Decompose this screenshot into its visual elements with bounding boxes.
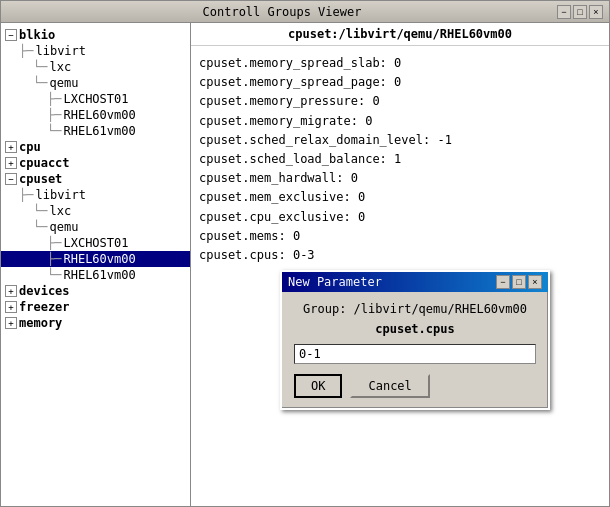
- new-parameter-dialog: New Parameter − □ × Group: /libvirt/qemu…: [280, 270, 550, 410]
- tree-item-qemu2[interactable]: └─ qemu: [1, 219, 190, 235]
- right-header: cpuset:/libvirt/qemu/RHEL60vm00: [191, 23, 609, 46]
- property-line-2: cpuset.memory_spread_page: 0: [199, 73, 601, 92]
- dialog-ok-button[interactable]: OK: [294, 374, 342, 398]
- dialog-title-bar: New Parameter − □ ×: [282, 272, 548, 292]
- tree-label-qemu2: qemu: [49, 220, 78, 234]
- tree-label-lxchost01-1: LXCHOST01: [63, 92, 128, 106]
- title-bar-buttons: − □ ×: [557, 5, 603, 19]
- tree-label-cpuset: cpuset: [19, 172, 62, 186]
- tree-label-blkio: blkio: [19, 28, 55, 42]
- tree-label-libvirt2: libvirt: [35, 188, 86, 202]
- expand-icon-cpuset[interactable]: −: [5, 173, 17, 185]
- branch-char: └─: [47, 124, 61, 138]
- tree-item-lxc2[interactable]: └─ lxc: [1, 203, 190, 219]
- tree-item-cpu[interactable]: + cpu: [1, 139, 190, 155]
- branch-char: ├─: [47, 92, 61, 106]
- expand-icon-blkio[interactable]: −: [5, 29, 17, 41]
- tree-label-rhel61vm00-1: RHEL61vm00: [63, 124, 135, 138]
- tree-item-rhel60vm00-2[interactable]: ├─ RHEL60vm00: [1, 251, 190, 267]
- tree-label-memory: memory: [19, 316, 62, 330]
- tree-item-lxchost01-2[interactable]: ├─ LXCHOST01: [1, 235, 190, 251]
- property-line-6: cpuset.sched_load_balance: 1: [199, 150, 601, 169]
- property-line-4: cpuset.memory_migrate: 0: [199, 112, 601, 131]
- property-line-5: cpuset.sched_relax_domain_level: -1: [199, 131, 601, 150]
- tree-item-rhel60vm00-1[interactable]: ├─ RHEL60vm00: [1, 107, 190, 123]
- expand-icon-cpuacct[interactable]: +: [5, 157, 17, 169]
- tree-item-lxchost01-1[interactable]: ├─ LXCHOST01: [1, 91, 190, 107]
- branch-char: ├─: [47, 252, 61, 266]
- dialog-action-buttons: OK Cancel: [294, 374, 536, 398]
- tree-label-rhel60vm00-1: RHEL60vm00: [63, 108, 135, 122]
- tree-label-rhel60vm00-2: RHEL60vm00: [63, 252, 135, 266]
- right-panel: cpuset:/libvirt/qemu/RHEL60vm00 cpuset.m…: [191, 23, 609, 506]
- branch-char: └─: [33, 76, 47, 90]
- tree-label-rhel61vm00-2: RHEL61vm00: [63, 268, 135, 282]
- branch-char: ├─: [47, 108, 61, 122]
- branch-char: └─: [33, 220, 47, 234]
- property-line-9: cpuset.cpu_exclusive: 0: [199, 208, 601, 227]
- tree-item-rhel61vm00-2[interactable]: └─ RHEL61vm00: [1, 267, 190, 283]
- tree-label-libvirt1: libvirt: [35, 44, 86, 58]
- tree-item-rhel61vm00-1[interactable]: └─ RHEL61vm00: [1, 123, 190, 139]
- property-line-7: cpuset.mem_hardwall: 0: [199, 169, 601, 188]
- tree-label-cpu: cpu: [19, 140, 41, 154]
- tree-item-cpuset[interactable]: − cpuset: [1, 171, 190, 187]
- tree-item-libvirt1[interactable]: ├─ libvirt: [1, 43, 190, 59]
- expand-icon-devices[interactable]: +: [5, 285, 17, 297]
- dialog-title: New Parameter: [288, 275, 382, 289]
- branch-char: ├─: [19, 188, 33, 202]
- tree-item-blkio[interactable]: − blkio: [1, 27, 190, 43]
- tree-label-lxc1: lxc: [49, 60, 71, 74]
- content-area: − blkio ├─ libvirt └─ lxc └─ qemu: [1, 23, 609, 506]
- tree-label-freezer: freezer: [19, 300, 70, 314]
- tree-item-lxc1[interactable]: └─ lxc: [1, 59, 190, 75]
- maximize-button[interactable]: □: [573, 5, 587, 19]
- minimize-button[interactable]: −: [557, 5, 571, 19]
- branch-char: └─: [33, 60, 47, 74]
- property-line-1: cpuset.memory_spread_slab: 0: [199, 54, 601, 73]
- tree-item-memory[interactable]: + memory: [1, 315, 190, 331]
- title-bar: Controll Groups Viewer − □ ×: [1, 1, 609, 23]
- expand-icon-cpu[interactable]: +: [5, 141, 17, 153]
- dialog-body: Group: /libvirt/qemu/RHEL60vm00 cpuset.c…: [282, 292, 548, 408]
- tree-label-qemu1: qemu: [49, 76, 78, 90]
- dialog-param-label: cpuset.cpus: [294, 322, 536, 336]
- branch-char: └─: [47, 268, 61, 282]
- branch-char: └─: [33, 204, 47, 218]
- tree-panel: − blkio ├─ libvirt └─ lxc └─ qemu: [1, 23, 191, 506]
- tree-item-cpuacct[interactable]: + cpuacct: [1, 155, 190, 171]
- branch-char: ├─: [19, 44, 33, 58]
- branch-char: ├─: [47, 236, 61, 250]
- expand-icon-memory[interactable]: +: [5, 317, 17, 329]
- property-line-3: cpuset.memory_pressure: 0: [199, 92, 601, 111]
- dialog-cancel-button[interactable]: Cancel: [350, 374, 429, 398]
- dialog-title-buttons: − □ ×: [496, 275, 542, 289]
- tree-label-devices: devices: [19, 284, 70, 298]
- tree-item-libvirt2[interactable]: ├─ libvirt: [1, 187, 190, 203]
- dialog-maximize-button[interactable]: □: [512, 275, 526, 289]
- tree-item-devices[interactable]: + devices: [1, 283, 190, 299]
- main-window: Controll Groups Viewer − □ × − blkio ├─ …: [0, 0, 610, 507]
- dialog-close-button[interactable]: ×: [528, 275, 542, 289]
- tree-label-lxchost01-2: LXCHOST01: [63, 236, 128, 250]
- window-title: Controll Groups Viewer: [7, 5, 557, 19]
- tree-item-freezer[interactable]: + freezer: [1, 299, 190, 315]
- tree-label-cpuacct: cpuacct: [19, 156, 70, 170]
- property-line-8: cpuset.mem_exclusive: 0: [199, 188, 601, 207]
- property-line-11: cpuset.cpus: 0-3: [199, 246, 601, 265]
- property-line-10: cpuset.mems: 0: [199, 227, 601, 246]
- tree-item-qemu1[interactable]: └─ qemu: [1, 75, 190, 91]
- dialog-group-label: Group: /libvirt/qemu/RHEL60vm00: [294, 302, 536, 316]
- tree-label-lxc2: lxc: [49, 204, 71, 218]
- dialog-minimize-button[interactable]: −: [496, 275, 510, 289]
- close-button[interactable]: ×: [589, 5, 603, 19]
- expand-icon-freezer[interactable]: +: [5, 301, 17, 313]
- dialog-input[interactable]: [294, 344, 536, 364]
